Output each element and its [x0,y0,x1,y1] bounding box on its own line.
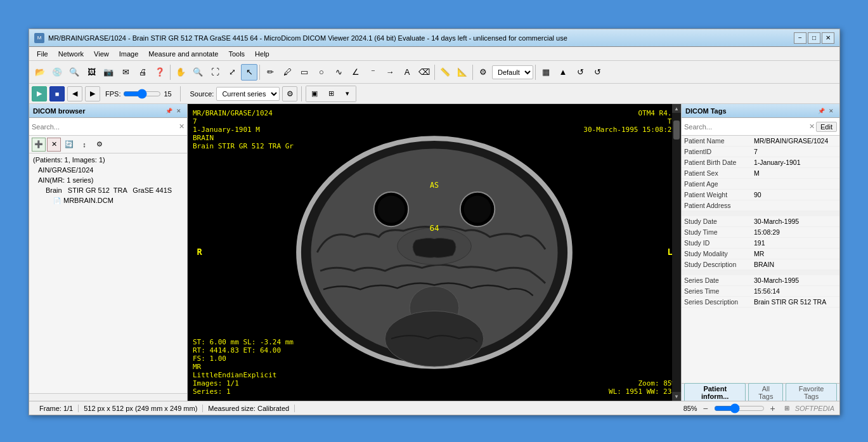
menu-measure[interactable]: Measure and annotate [143,49,223,59]
tag-row-study-desc: Study Description BRAIN [682,259,839,270]
browser-search-clear[interactable]: ✕ [179,122,185,131]
line-button[interactable]: ⁻ [365,64,381,81]
fit-window-button[interactable]: ⊞ [781,403,793,414]
menu-image[interactable]: Image [114,49,144,59]
menu-network[interactable]: Network [53,49,89,59]
curve-button[interactable]: ∿ [330,64,347,81]
tags-edit-button[interactable]: Edit [816,122,837,132]
select-button[interactable]: ↖ [241,64,257,81]
angle-button[interactable]: ∠ [347,64,364,81]
tree-item-patients[interactable]: (Patients: 1, Images: 1) [30,155,186,165]
svg-text:AS: AS [430,181,439,190]
scroll-down-button[interactable]: ▼ [672,392,681,401]
invert-button[interactable]: ↺ [572,64,588,81]
mail-button[interactable]: ✉ [117,64,134,81]
scroll-thumb[interactable] [673,120,680,140]
fps-slider[interactable] [123,90,161,98]
scroll-up-button[interactable]: ▲ [672,104,681,113]
arrow-button[interactable]: → [382,64,398,81]
viewer-scrollbar[interactable]: ▲ ▼ [672,104,681,401]
menu-file[interactable]: File [32,49,53,59]
tags-search-clear[interactable]: ✕ [809,122,815,131]
text-button[interactable]: A [399,64,415,81]
overlay-tr-line1: OTM4 R4.5 [583,109,676,117]
fullscreen-button[interactable]: ⛶ [207,64,223,81]
browse-button[interactable]: 🔍 [66,64,82,81]
overlay-tl-line5: Brain STIR GR 512 TRA Gr [193,142,294,150]
prev-button[interactable]: ◀ [67,86,82,101]
overlay-tl-line2: 7 [193,117,294,126]
view-options-button[interactable]: ▾ [339,86,356,101]
play-button[interactable]: ▶ [32,86,47,101]
capture-button[interactable]: 📷 [100,64,117,81]
tag-row-series-time: Series Time 15:56:14 [682,286,839,297]
zoom-in-button[interactable]: 🔍 [190,64,206,81]
single-view-button[interactable]: ▣ [306,86,323,101]
zoom-fit-button[interactable]: ⤢ [224,64,240,81]
sort-button[interactable]: ↕ [77,138,91,152]
tags-close-button[interactable]: ✕ [827,107,836,115]
menu-tools[interactable]: Tools [223,49,250,59]
status-bar: Frame: 1/1 512 px x 512 px (249 mm x 249… [29,401,839,415]
add-folder-button[interactable]: ➕ [32,138,46,152]
tree-item-file[interactable]: 📄 MRBRAIN.DCM [30,195,186,205]
browser-h-scrollbar[interactable] [29,393,187,401]
browser-search-input[interactable] [32,123,179,131]
zoom-out-button[interactable]: − [700,403,711,414]
zoom-slider[interactable] [714,405,765,412]
cd-button[interactable]: 💿 [49,64,65,81]
measure2-button[interactable]: 📐 [454,64,470,81]
zoom-in-status-button[interactable]: + [767,403,779,414]
maximize-button[interactable]: □ [808,32,820,44]
main-toolbar: 📂 💿 🔍 🖼 📷 ✉ 🖨 ❓ ✋ 🔍 ⛶ ⤢ ↖ ✏ 🖊 ▭ ○ ∿ ∠ ⁻ … [29,61,839,84]
close-panel-button[interactable]: ✕ [174,107,183,115]
source-settings-button[interactable]: ⚙ [282,86,297,101]
tree-item-grase[interactable]: AIN/GRASE/1024 [30,165,186,175]
all-tags-tab[interactable]: All Tags [748,383,783,401]
tree-item-series[interactable]: AIN(MR: 1 series) [30,175,186,185]
tags-search-input[interactable] [684,123,808,131]
lut-button[interactable]: ▦ [538,64,554,81]
status-frame: Frame: 1/1 [34,405,79,412]
dicom-tags-title: DICOM Tags [685,107,727,115]
ruler-button[interactable]: 📏 [437,64,453,81]
scroll-track[interactable] [673,114,680,391]
image-viewer[interactable]: AS 64 R L MR/BRAIN/GRASE/1024 7 1-Januar… [188,104,681,401]
reset-button[interactable]: ↺ [589,64,606,81]
remove-button[interactable]: ✕ [47,138,61,152]
refresh-button[interactable]: 🔄 [62,138,76,152]
pen-button[interactable]: 🖊 [279,64,295,81]
view-toggle-group: ▣ ⊞ ▾ [306,86,356,102]
menu-help[interactable]: Help [250,49,275,59]
source-select[interactable]: Current series [216,87,280,101]
tags-footer: Patient inform... All Tags Favorite Tags [682,383,839,401]
profile-select[interactable]: Default [492,65,533,79]
next-button[interactable]: ▶ [85,86,100,101]
toolbar-sep-1 [170,65,171,80]
browser-settings-button[interactable]: ⚙ [93,138,107,152]
open-button[interactable]: 📂 [32,64,48,81]
favorite-tags-tab[interactable]: Favorite Tags [786,383,837,401]
menu-view[interactable]: View [89,49,114,59]
settings-button[interactable]: ⚙ [475,64,491,81]
tree-item-brain[interactable]: Brain STIR GR 512 TRA GraSE 441S [30,185,186,195]
tags-pin-button[interactable]: 📌 [817,107,826,115]
print-button[interactable]: 🖨 [134,64,151,81]
file-icon: 📄 [53,197,61,204]
stop-button[interactable]: ■ [49,86,65,101]
multi-view-button[interactable]: ⊞ [323,86,339,101]
pan-button[interactable]: ✋ [172,64,189,81]
close-button[interactable]: ✕ [822,32,834,44]
erase-button[interactable]: ⌫ [416,64,432,81]
browser-toolbar: ➕ ✕ 🔄 ↕ ⚙ [29,136,187,153]
pin-button[interactable]: 📌 [164,107,173,115]
rect-button[interactable]: ▭ [296,64,313,81]
help-button[interactable]: ❓ [152,64,168,81]
minimize-button[interactable]: − [794,32,806,44]
app-icon: M [34,33,44,43]
images-button[interactable]: 🖼 [83,64,100,81]
circle-button[interactable]: ○ [313,64,330,81]
wl-button[interactable]: ▲ [555,64,571,81]
patient-info-tab[interactable]: Patient inform... [684,383,746,401]
pencil-button[interactable]: ✏ [262,64,278,81]
